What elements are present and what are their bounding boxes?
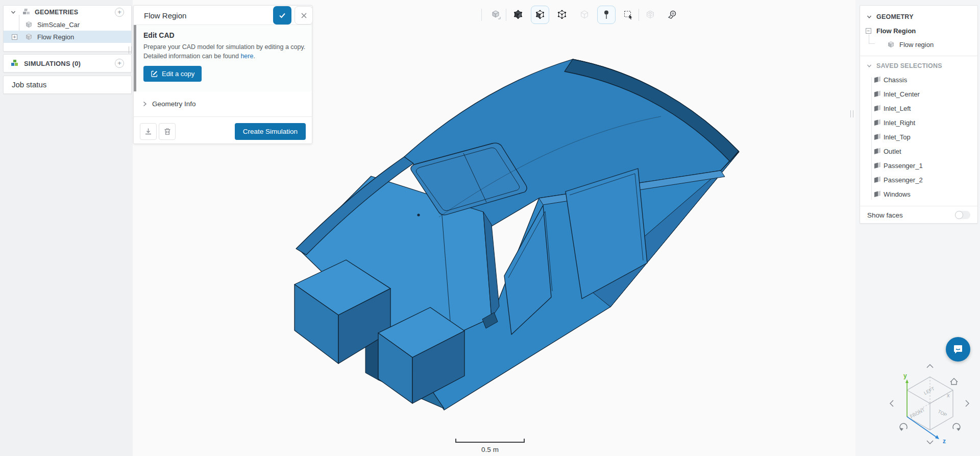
geometries-header-row[interactable]: GEOMETRIES + bbox=[4, 6, 131, 19]
collapse-minus-icon[interactable]: − bbox=[866, 28, 871, 34]
face-selection-icon bbox=[873, 118, 881, 127]
select-vertex-cube-icon bbox=[556, 9, 568, 20]
orbit-up-button bbox=[927, 365, 933, 368]
y-axis-label: y bbox=[903, 372, 907, 379]
saved-selection-label: Inlet_Top bbox=[884, 133, 911, 141]
geometry-header-row[interactable]: GEOMETRY bbox=[860, 10, 977, 24]
chevron-down-icon[interactable] bbox=[11, 10, 16, 15]
geometry-root-row[interactable]: − Flow Region bbox=[860, 24, 977, 37]
selection-panel: GEOMETRY − Flow Region Flow region SAVED… bbox=[860, 5, 978, 224]
saved-selection-label: Windows bbox=[884, 190, 911, 198]
toggle-knob bbox=[955, 211, 963, 219]
edit-a-copy-button[interactable]: Edit a copy bbox=[143, 66, 202, 82]
saved-selection-inlet-right[interactable]: Inlet_Right bbox=[860, 115, 977, 130]
orbit-right-button bbox=[966, 400, 969, 406]
create-simulation-button[interactable]: Create Simulation bbox=[235, 123, 306, 140]
cancel-button[interactable] bbox=[295, 6, 313, 25]
saved-selection-windows[interactable]: Windows bbox=[860, 187, 977, 201]
saved-selection-label: Outlet bbox=[884, 148, 901, 155]
car-flow-region-model[interactable] bbox=[295, 59, 739, 410]
tree-line bbox=[869, 43, 875, 44]
standard-views-button[interactable] bbox=[487, 6, 505, 24]
simulations-header-row[interactable]: SIMULATIONS (0) + bbox=[4, 55, 131, 72]
edit-pencil-icon bbox=[151, 70, 158, 78]
saved-selection-chassis[interactable]: Chassis bbox=[860, 73, 977, 87]
saved-selection-label: Inlet_Left bbox=[884, 105, 911, 112]
box-select-button[interactable] bbox=[619, 6, 638, 24]
saved-selection-passenger-2[interactable]: Passenger_2 bbox=[860, 173, 977, 187]
saved-selection-label: Inlet_Center bbox=[884, 90, 920, 98]
select-face-button[interactable] bbox=[531, 6, 549, 24]
select-volume-button[interactable] bbox=[509, 6, 527, 24]
cad-model-icon bbox=[25, 21, 33, 29]
tree-item-label: Flow Region bbox=[37, 33, 74, 41]
chevron-down-icon[interactable] bbox=[867, 14, 872, 19]
confirm-button[interactable] bbox=[273, 6, 291, 25]
saved-selection-passenger-1[interactable]: Passenger_1 bbox=[860, 158, 977, 173]
show-faces-toggle[interactable] bbox=[955, 211, 970, 219]
tree-item-flow-region[interactable]: + Flow Region bbox=[4, 31, 131, 43]
saved-selection-label: Passenger_2 bbox=[884, 176, 923, 184]
scale-bar bbox=[456, 439, 524, 443]
geometry-info-row[interactable]: Geometry Info bbox=[134, 91, 312, 117]
panel-title: Flow Region bbox=[144, 11, 186, 20]
right-sidebar-resize-grip[interactable] bbox=[850, 110, 853, 117]
select-vertex-button[interactable] bbox=[553, 6, 571, 24]
support-chat-button[interactable] bbox=[946, 337, 970, 362]
saved-selection-inlet-top[interactable]: Inlet_Top bbox=[860, 130, 977, 144]
chevron-down-icon[interactable] bbox=[867, 63, 872, 68]
tree-item-label: SimScale_Car bbox=[37, 21, 80, 29]
saved-selection-label: Passenger_1 bbox=[884, 162, 923, 170]
geometry-child-row[interactable]: Flow region bbox=[860, 37, 977, 52]
edit-a-copy-label: Edit a copy bbox=[162, 70, 194, 78]
download-icon bbox=[144, 128, 152, 135]
saved-selection-label: Inlet_Right bbox=[884, 119, 915, 127]
chat-bubble-icon bbox=[952, 344, 964, 355]
scale-bar-label: 0.5 m bbox=[481, 446, 499, 453]
face-selection-icon bbox=[873, 90, 881, 98]
saved-selection-inlet-center[interactable]: Inlet_Center bbox=[860, 87, 977, 101]
navigation-cube-widget[interactable]: LEFT FRONT TOP y z x bbox=[883, 357, 976, 453]
orbit-down-button bbox=[927, 441, 933, 444]
download-geometry-button[interactable] bbox=[140, 123, 157, 140]
probe-point-marker bbox=[417, 213, 420, 216]
toolbar-separator bbox=[506, 9, 506, 21]
face-selection-icon bbox=[873, 133, 881, 141]
mesh-clip-button bbox=[641, 6, 659, 24]
svg-text:LEFT: LEFT bbox=[923, 386, 936, 396]
simulations-card[interactable]: SIMULATIONS (0) + bbox=[3, 54, 132, 73]
measure-button[interactable] bbox=[663, 6, 681, 24]
box-select-icon bbox=[623, 9, 634, 20]
add-geometry-button[interactable]: + bbox=[115, 8, 124, 17]
tree-line bbox=[19, 15, 19, 31]
face-selection-icon bbox=[873, 161, 881, 170]
orbit-left-button bbox=[890, 400, 893, 406]
show-faces-label: Show faces bbox=[867, 211, 903, 219]
simulations-header-label: SIMULATIONS (0) bbox=[24, 60, 81, 67]
check-icon bbox=[278, 11, 286, 19]
geometry-header-label: GEOMETRY bbox=[876, 13, 914, 20]
here-link[interactable]: here bbox=[240, 53, 253, 60]
add-simulation-button[interactable]: + bbox=[115, 59, 124, 68]
saved-selections-header-row[interactable]: SAVED SELECTIONS bbox=[860, 58, 977, 74]
hidden-cube-icon bbox=[579, 9, 590, 20]
saved-selections-header-label: SAVED SELECTIONS bbox=[876, 62, 942, 69]
saved-selection-inlet-left[interactable]: Inlet_Left bbox=[860, 101, 977, 115]
tree-item-simscale-car[interactable]: SimScale_Car bbox=[4, 19, 131, 31]
geometries-header-label: GEOMETRIES bbox=[35, 9, 78, 16]
geometry-info-label: Geometry Info bbox=[152, 100, 196, 108]
edit-cad-description-text: Prepare your CAD model for simulation by… bbox=[143, 43, 305, 60]
saved-selection-label: Chassis bbox=[884, 76, 907, 84]
geometry-root-label: Flow Region bbox=[876, 27, 916, 35]
show-faces-row: Show faces bbox=[860, 206, 977, 224]
probe-point-button[interactable] bbox=[597, 6, 616, 24]
svg-text:FRONT: FRONT bbox=[910, 407, 926, 419]
delete-geometry-button[interactable] bbox=[159, 123, 176, 140]
x-axis-label: x bbox=[947, 392, 950, 398]
sidebar-resize-grip[interactable] bbox=[129, 46, 132, 54]
expand-plus-icon[interactable]: + bbox=[12, 34, 17, 40]
saved-selection-outlet[interactable]: Outlet bbox=[860, 144, 977, 158]
face-selection-icon bbox=[873, 104, 881, 112]
trash-icon bbox=[164, 128, 171, 135]
job-status-card[interactable]: Job status bbox=[3, 76, 132, 94]
